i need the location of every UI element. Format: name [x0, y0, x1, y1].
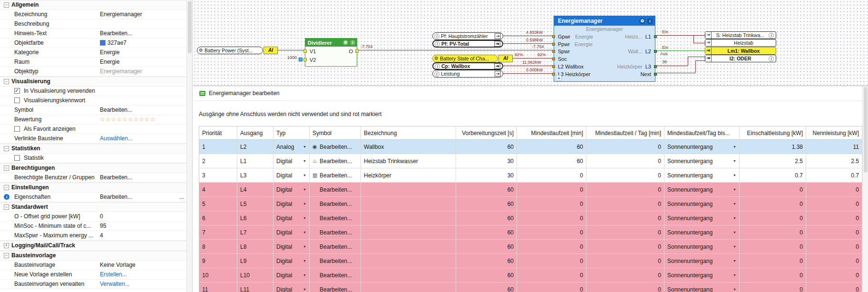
- more-button[interactable]: ...: [179, 194, 184, 200]
- add-port-button[interactable]: +: [556, 75, 562, 81]
- cell-bezeichnung[interactable]: [361, 268, 456, 282]
- cell-ausgang[interactable]: L9: [237, 254, 273, 268]
- cell-bezeichnung[interactable]: [361, 183, 456, 196]
- cell-bezeichnung[interactable]: [361, 197, 456, 211]
- type-dropdown[interactable]: Analog▼: [273, 140, 310, 154]
- collapse-icon[interactable]: −: [4, 79, 9, 84]
- cell-ein[interactable]: 0: [740, 183, 806, 196]
- em-input-gpwr[interactable]: GpwrEnergie: [558, 34, 593, 40]
- time-limit-dropdown[interactable]: Sonnenuntergang▼: [664, 268, 740, 282]
- table-row-l4[interactable]: 4L4Digital▼Bearbeiten...6000Sonnenunterg…: [199, 183, 862, 197]
- cell-vorb[interactable]: 60: [456, 197, 517, 211]
- cell-ein[interactable]: 1.38: [740, 140, 806, 154]
- property-value[interactable]: 327ae7: [100, 39, 179, 46]
- em-input-ppwr[interactable]: PpwrEnergie: [558, 41, 593, 48]
- info-icon[interactable]: i: [769, 56, 774, 61]
- time-limit-dropdown[interactable]: Sonnenuntergang▼: [664, 197, 740, 211]
- cell-ausgang[interactable]: L4: [237, 183, 273, 196]
- cell-ausgang[interactable]: L3: [237, 168, 273, 182]
- table-row-l10[interactable]: 10L10Digital▼Bearbeiten...6000Sonnenunte…: [199, 268, 862, 282]
- cell-vorb[interactable]: 30: [456, 154, 517, 168]
- cell-vorb[interactable]: 60: [456, 268, 517, 282]
- collapse-icon[interactable]: −: [4, 2, 9, 8]
- symbol-cell[interactable]: Bearbeiten...: [310, 268, 361, 282]
- table-row-l5[interactable]: 5L5Digital▼Bearbeiten...6000Sonnenunterg…: [199, 197, 862, 211]
- properties-scrollbar[interactable]: [186, 0, 192, 292]
- sink-block-lm1-wallbox[interactable]: ⇥Lm1: Wallbox: [705, 47, 776, 55]
- property-value[interactable]: Energiemanager: [100, 11, 179, 18]
- cell-mind[interactable]: 0: [517, 211, 586, 225]
- time-limit-dropdown[interactable]: Sonnenuntergang▼: [664, 140, 740, 154]
- collapse-icon[interactable]: −: [4, 146, 9, 151]
- expand-icon[interactable]: +: [4, 243, 9, 248]
- cell-mind[interactable]: 0: [517, 183, 586, 196]
- info-icon[interactable]: i: [350, 40, 355, 45]
- symbol-edit-button[interactable]: Bearbeiten...: [320, 172, 352, 179]
- property-section-visualisierung[interactable]: −Visualisierung: [0, 77, 187, 87]
- time-limit-dropdown[interactable]: Sonnenuntergang▼: [664, 282, 740, 292]
- gear-icon[interactable]: ⚙: [639, 18, 645, 24]
- program-canvas[interactable]: 1000 -7.704 -7.704 4.653kW 0.598kW 92% 9…: [193, 0, 868, 86]
- source-block-pf-hauptstromzähler[interactable]: iPf: Hauptstromzähler⇥: [432, 32, 503, 40]
- cell-mind[interactable]: 60: [517, 140, 586, 154]
- column-header-typ[interactable]: Typ: [273, 127, 310, 139]
- cell-mind[interactable]: 0: [517, 282, 586, 292]
- collapse-icon[interactable]: −: [4, 165, 9, 171]
- cell-vorb[interactable]: 60: [456, 211, 517, 225]
- cell-nenn[interactable]: 0.7: [806, 168, 862, 182]
- cell-ein[interactable]: 0.7: [740, 168, 806, 182]
- rating-stars[interactable]: ☆☆☆☆☆☆☆☆☆☆: [100, 116, 179, 123]
- cell-mindTag[interactable]: 0: [586, 183, 664, 196]
- property-section-standardwert[interactable]: −Standardwert: [0, 202, 187, 212]
- property-value[interactable]: Bearbeiten...: [100, 107, 179, 113]
- cell-nenn[interactable]: 0: [806, 268, 862, 282]
- table-row-l3[interactable]: 3L3Digital▼▥Bearbeiten...Heizkörper3000S…: [199, 168, 862, 183]
- cell-ausgang[interactable]: L2: [237, 140, 273, 154]
- property-link[interactable]: Auswählen...: [100, 135, 179, 142]
- column-header-einschaltleistung-kw[interactable]: Einschaltleistung [kW]: [740, 127, 806, 139]
- cell-bezeichnung[interactable]: Heizkörper: [361, 168, 456, 182]
- cell-mindTag[interactable]: 0: [586, 254, 664, 268]
- cell-ein[interactable]: 0: [740, 240, 806, 253]
- cell-mindTag[interactable]: 0: [586, 140, 664, 154]
- cell-mindTag[interactable]: 0: [586, 211, 664, 225]
- em-input-l2-wallbox[interactable]: L2 Wallbox: [558, 64, 588, 70]
- cell-vorb[interactable]: 60: [456, 282, 517, 292]
- symbol-edit-button[interactable]: Bearbeiten...: [320, 286, 352, 292]
- source-block-battery-state-of-cha[interactable]: ⚙Battery State of Cha...: [432, 55, 498, 62]
- output-pin[interactable]: [654, 50, 657, 53]
- cell-vorb[interactable]: 60: [456, 254, 517, 268]
- cell-bezeichnung[interactable]: [361, 211, 456, 225]
- cell-mind[interactable]: 0: [517, 197, 586, 211]
- symbol-edit-button[interactable]: Bearbeiten...: [320, 243, 352, 250]
- cell-nenn[interactable]: 0: [806, 282, 862, 292]
- input-pin[interactable]: [552, 50, 555, 53]
- column-header-bezeichnung[interactable]: Bezeichnung: [361, 127, 456, 139]
- symbol-edit-button[interactable]: Bearbeiten...: [320, 144, 352, 150]
- cell-nenn[interactable]: 0: [806, 225, 862, 239]
- cell-ausgang[interactable]: L6: [237, 211, 273, 225]
- input-pin[interactable]: [552, 35, 555, 38]
- type-dropdown[interactable]: Digital▼: [273, 168, 310, 182]
- property-value[interactable]: Keine Vorlage: [100, 262, 179, 268]
- cell-nenn[interactable]: 0: [806, 211, 862, 225]
- symbol-cell[interactable]: Bearbeiten...: [310, 211, 361, 225]
- property-section-einstellungen[interactable]: −Einstellungen: [0, 183, 187, 193]
- table-row-l1[interactable]: 2L1Digital▼♨Bearbeiten...Heizstab Trinkw…: [199, 154, 862, 168]
- cell-ausgang[interactable]: L8: [237, 240, 273, 253]
- collapse-icon[interactable]: −: [4, 185, 9, 190]
- energiemanager-block[interactable]: Energiemanager ⚙ i Energiemanager GpwrEn…: [554, 16, 655, 82]
- em-output-l2[interactable]: Wall...L2: [628, 49, 651, 55]
- input-pin[interactable]: [303, 49, 307, 53]
- property-value[interactable]: 4: [100, 232, 179, 239]
- symbol-cell[interactable]: Bearbeiten...: [310, 197, 361, 211]
- time-limit-dropdown[interactable]: Sonnenuntergang▼: [664, 183, 740, 196]
- energiemanager-header[interactable]: Energiemanager ⚙ i: [554, 16, 655, 26]
- symbol-edit-button[interactable]: Bearbeiten...: [320, 158, 352, 165]
- column-header-symbol[interactable]: Symbol: [310, 127, 361, 139]
- column-header-mindestlaufzeit-tag-bis[interactable]: Mindestlaufzeit/Tag bis...: [664, 127, 740, 139]
- em-input-l3-heizkörper[interactable]: L3 Heizkörper: [558, 71, 595, 78]
- cell-ausgang[interactable]: L7: [237, 225, 273, 239]
- cell-bezeichnung[interactable]: Heizstab Trinkwasser: [361, 154, 456, 168]
- property-section-statistiken[interactable]: −Statistiken: [0, 144, 187, 154]
